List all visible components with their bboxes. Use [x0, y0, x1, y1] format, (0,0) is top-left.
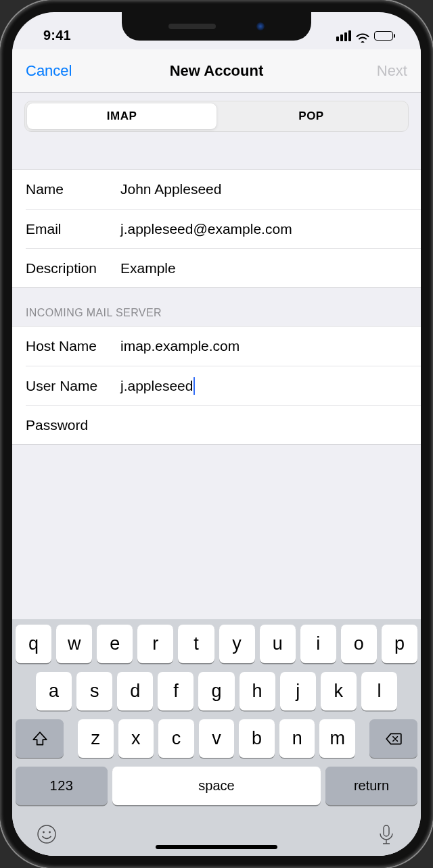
svg-rect-3	[384, 825, 389, 836]
key-n[interactable]: n	[279, 719, 315, 758]
return-key[interactable]: return	[325, 767, 417, 805]
row-name[interactable]: Name John Appleseed	[12, 170, 421, 209]
label-password: Password	[26, 417, 120, 433]
text-cursor	[193, 377, 195, 395]
status-time: 9:41	[32, 28, 71, 43]
keyboard-footer	[16, 814, 417, 848]
key-m[interactable]: m	[319, 719, 355, 758]
row-email[interactable]: Email j.appleseed@example.com	[26, 209, 421, 248]
incoming-group: Host Name imap.example.com User Name j.a…	[12, 326, 421, 445]
shift-key[interactable]	[16, 719, 64, 758]
description-field[interactable]: Example	[120, 260, 407, 276]
svg-point-0	[38, 825, 55, 843]
page-title: New Account	[12, 62, 421, 80]
key-j[interactable]: j	[280, 672, 316, 710]
home-indicator[interactable]	[156, 845, 277, 849]
key-r[interactable]: r	[137, 625, 173, 663]
key-c[interactable]: c	[158, 719, 194, 758]
key-w[interactable]: w	[56, 625, 92, 663]
backspace-key[interactable]	[369, 719, 417, 758]
keyboard-row-2: asdfghjkl	[16, 672, 417, 710]
email-field[interactable]: j.appleseed@example.com	[120, 221, 407, 237]
key-g[interactable]: g	[198, 672, 234, 710]
device-frame: 9:41 Cancel New Account Next IMAP	[0, 0, 433, 868]
key-y[interactable]: y	[219, 625, 255, 663]
key-b[interactable]: b	[239, 719, 275, 758]
label-host-name: Host Name	[26, 338, 120, 354]
key-d[interactable]: d	[117, 672, 153, 710]
form-content[interactable]: IMAP POP Name John Appleseed Email j.app…	[12, 93, 421, 619]
next-button[interactable]: Next	[377, 62, 407, 80]
space-key[interactable]: space	[112, 767, 321, 805]
key-f[interactable]: f	[158, 672, 193, 710]
label-email: Email	[26, 221, 120, 237]
dictation-key[interactable]	[375, 823, 397, 848]
name-field[interactable]: John Appleseed	[120, 181, 407, 197]
row-description[interactable]: Description Example	[26, 248, 421, 287]
key-k[interactable]: k	[321, 672, 357, 710]
battery-icon	[374, 31, 395, 41]
nav-bar: Cancel New Account Next	[12, 49, 421, 93]
segment-imap[interactable]: IMAP	[27, 103, 216, 129]
account-group: Name John Appleseed Email j.appleseed@ex…	[12, 169, 421, 288]
label-user-name: User Name	[26, 378, 120, 394]
label-description: Description	[26, 260, 120, 276]
key-o[interactable]: o	[341, 625, 377, 663]
svg-point-1	[43, 831, 45, 834]
segment-pop[interactable]: POP	[216, 103, 406, 129]
emoji-key[interactable]	[36, 823, 58, 848]
key-e[interactable]: e	[97, 625, 133, 663]
key-u[interactable]: u	[260, 625, 296, 663]
user-name-field[interactable]: j.appleseed	[120, 377, 407, 395]
key-p[interactable]: p	[382, 625, 417, 663]
key-i[interactable]: i	[300, 625, 336, 663]
keyboard-row-1: qwertyuiop	[16, 625, 417, 663]
key-v[interactable]: v	[199, 719, 235, 758]
key-x[interactable]: x	[118, 719, 154, 758]
label-name: Name	[26, 181, 120, 197]
keyboard-row-3: zxcvbnm	[16, 719, 417, 758]
key-q[interactable]: q	[16, 625, 51, 663]
key-s[interactable]: s	[76, 672, 112, 710]
cellular-signal-icon	[336, 30, 351, 41]
key-h[interactable]: h	[240, 672, 275, 710]
screen: 9:41 Cancel New Account Next IMAP	[12, 12, 421, 856]
numbers-key[interactable]: 123	[16, 767, 108, 805]
keyboard[interactable]: qwertyuiop asdfghjkl zxcvbnm 123 space r…	[12, 619, 421, 856]
key-a[interactable]: a	[36, 672, 72, 710]
key-t[interactable]: t	[178, 625, 214, 663]
wifi-icon	[356, 30, 369, 41]
host-name-field[interactable]: imap.example.com	[120, 338, 407, 354]
row-password[interactable]: Password	[26, 405, 421, 444]
keyboard-row-bottom: 123 space return	[16, 767, 417, 805]
notch	[122, 12, 311, 41]
row-user[interactable]: User Name j.appleseed	[26, 366, 421, 405]
cancel-button[interactable]: Cancel	[26, 62, 72, 80]
key-l[interactable]: l	[361, 672, 397, 710]
row-host[interactable]: Host Name imap.example.com	[12, 327, 421, 366]
svg-point-2	[49, 831, 51, 834]
key-z[interactable]: z	[78, 719, 114, 758]
protocol-segmented-control[interactable]: IMAP POP	[24, 101, 409, 132]
incoming-header: INCOMING MAIL SERVER	[12, 288, 421, 326]
